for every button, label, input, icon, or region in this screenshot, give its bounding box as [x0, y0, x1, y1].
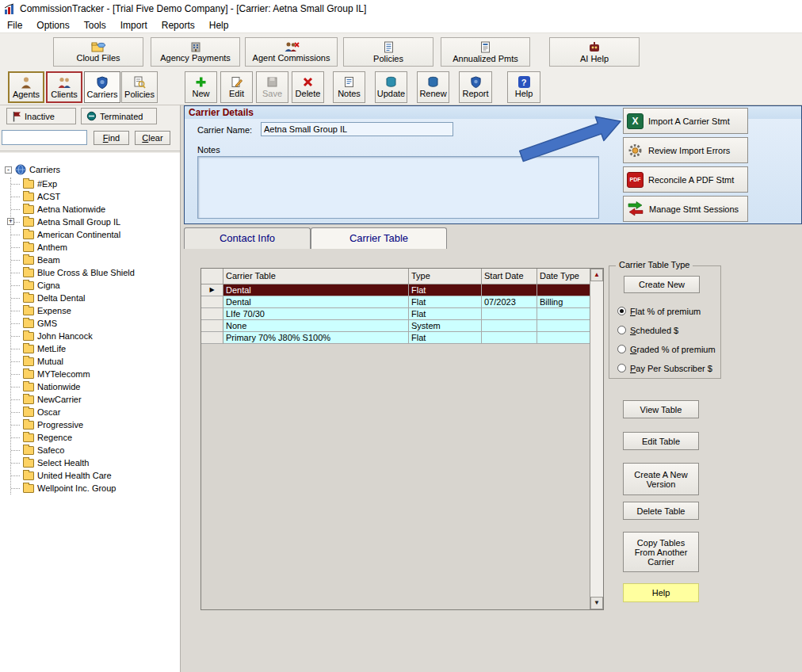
- tree-item[interactable]: United Health Care: [11, 469, 180, 482]
- row-selector[interactable]: [201, 332, 223, 344]
- tab-carrier-table[interactable]: Carrier Table: [311, 227, 447, 249]
- new-button[interactable]: New: [185, 71, 217, 103]
- tree-item[interactable]: Safeco: [11, 444, 180, 456]
- import-carrier-stmt-button[interactable]: X Import A Carrier Stmt: [623, 108, 748, 134]
- scroll-down-icon[interactable]: ▼: [590, 597, 603, 609]
- tab-carriers[interactable]: Carriers: [84, 71, 120, 103]
- ai-help-button[interactable]: AI Help: [549, 37, 640, 67]
- col-header-type[interactable]: Type: [409, 269, 482, 284]
- cloud-files-button[interactable]: Cloud Files: [53, 37, 143, 67]
- radio-graded[interactable]: Graded % of premium: [617, 344, 716, 354]
- menu-options[interactable]: Options: [29, 18, 76, 32]
- row-selector[interactable]: [201, 320, 223, 332]
- table-row[interactable]: Primary 70% J80% S100% Flat: [201, 332, 590, 344]
- tree-item[interactable]: Blue Cross & Blue Shield: [11, 266, 180, 279]
- delete-x-icon: [302, 76, 314, 88]
- carrier-name-input[interactable]: [261, 122, 453, 136]
- tree-item[interactable]: #Exp: [11, 178, 180, 190]
- radio-flat-percent[interactable]: Flat % of premium: [617, 306, 701, 316]
- tree-item[interactable]: MYTelecomm: [11, 368, 180, 380]
- col-header-date-type[interactable]: Date Type: [537, 269, 591, 284]
- tree-item[interactable]: Nationwide: [11, 380, 180, 393]
- expand-icon[interactable]: +: [7, 218, 14, 225]
- radio-scheduled[interactable]: Scheduled $: [617, 325, 678, 335]
- notes-field[interactable]: [197, 156, 599, 219]
- tree-item[interactable]: MetLife: [11, 342, 180, 355]
- clear-button[interactable]: Clear: [135, 131, 170, 145]
- tree-item[interactable]: Beam: [11, 254, 180, 266]
- view-table-button[interactable]: View Table: [623, 400, 699, 418]
- menu-reports[interactable]: Reports: [155, 18, 202, 32]
- notes-button[interactable]: Notes: [333, 71, 365, 103]
- reconcile-pdf-stmt-button[interactable]: PDF Reconcile A PDF Stmt: [623, 166, 748, 193]
- menu-tools[interactable]: Tools: [77, 18, 113, 32]
- row-selector[interactable]: [201, 308, 223, 320]
- tree-item[interactable]: Cigna: [11, 279, 180, 292]
- manage-stmt-sessions-button[interactable]: Manage Stmt Sessions: [623, 196, 748, 222]
- tree-item[interactable]: John Hancock: [11, 330, 180, 342]
- table-row[interactable]: Dental Flat 07/2023 Billing: [201, 296, 590, 308]
- tree-item[interactable]: Anthem: [11, 241, 180, 254]
- tree-item[interactable]: American Continental: [11, 228, 180, 241]
- tree-item[interactable]: Oscar: [11, 406, 180, 418]
- tree-item[interactable]: Regence: [11, 431, 180, 444]
- tree-item[interactable]: ACST: [11, 190, 180, 203]
- tree-item[interactable]: Progressive: [11, 418, 180, 431]
- create-new-version-button[interactable]: Create A New Version: [623, 463, 699, 495]
- cell-date-type: [537, 284, 591, 296]
- scroll-up-icon[interactable]: ▲: [590, 269, 603, 281]
- create-new-button[interactable]: Create New: [624, 276, 700, 293]
- radio-pay-per-subscriber[interactable]: Pay Per Subscriber $: [617, 363, 712, 373]
- tree-root-carriers[interactable]: - Carriers: [5, 163, 180, 176]
- annualized-pmts-button[interactable]: Annualized Pmts: [441, 37, 530, 67]
- renew-button[interactable]: Renew: [417, 71, 449, 103]
- col-header-carrier-table[interactable]: Carrier Table: [223, 269, 409, 284]
- report-button[interactable]: Report: [459, 71, 492, 103]
- app-icon: [4, 3, 16, 15]
- tree-item[interactable]: Delta Dental: [11, 292, 180, 304]
- col-header-start-date[interactable]: Start Date: [482, 269, 537, 284]
- table-row[interactable]: LIfe 70/30 Flat: [201, 308, 590, 320]
- tab-clients[interactable]: Clients: [46, 71, 82, 103]
- agent-commissions-button[interactable]: Agent Commissions: [245, 37, 338, 67]
- tree-item[interactable]: NewCarrier: [11, 393, 180, 406]
- cell-date-type: [537, 332, 591, 344]
- save-button[interactable]: Save: [256, 71, 288, 103]
- help-button[interactable]: ? Help: [507, 71, 540, 103]
- edit-table-button[interactable]: Edit Table: [623, 432, 699, 450]
- copy-tables-button[interactable]: Copy Tables From Another Carrier: [623, 532, 699, 572]
- row-selector[interactable]: ▶: [201, 284, 223, 296]
- tree-item[interactable]: Aetna Nationwide: [11, 203, 180, 216]
- review-import-errors-button[interactable]: Review Import Errors: [623, 137, 748, 163]
- terminated-button[interactable]: Terminated: [81, 108, 157, 124]
- tree-item[interactable]: Expense: [11, 304, 180, 317]
- search-input[interactable]: [2, 130, 87, 145]
- delete-table-button[interactable]: Delete Table: [623, 502, 699, 520]
- collapse-icon[interactable]: -: [5, 166, 12, 174]
- help-table-button[interactable]: Help: [623, 583, 699, 602]
- tree-item[interactable]: Select Health: [11, 456, 180, 469]
- find-button[interactable]: Find: [94, 131, 129, 145]
- tree-item[interactable]: Mutual: [11, 355, 180, 368]
- radio-icon: [617, 326, 626, 334]
- inactive-button[interactable]: Inactive: [6, 108, 76, 124]
- policies-button[interactable]: Policies: [343, 37, 433, 67]
- table-row[interactable]: None System: [201, 320, 590, 332]
- menu-file[interactable]: File: [0, 18, 29, 32]
- tab-contact-info[interactable]: Contact Info: [184, 227, 311, 249]
- tree-children: #Exp ACST Aetna Nationwide + Aetna Small…: [10, 178, 180, 494]
- tab-policies[interactable]: Policies: [121, 71, 158, 103]
- agency-payments-button[interactable]: Agency Payments: [151, 37, 240, 67]
- tree-item[interactable]: Wellpoint Inc. Group: [11, 482, 180, 494]
- delete-button[interactable]: Delete: [292, 71, 324, 103]
- tree-item-aetna-small-group-il[interactable]: + Aetna Small Group IL: [11, 216, 180, 228]
- edit-button[interactable]: Edit: [220, 71, 253, 103]
- row-selector[interactable]: [201, 296, 223, 308]
- menu-import[interactable]: Import: [113, 18, 155, 32]
- menu-help[interactable]: Help: [202, 18, 236, 32]
- update-button[interactable]: Update: [375, 71, 407, 103]
- tree-item[interactable]: GMS: [11, 317, 180, 330]
- tab-agents[interactable]: Agents: [8, 71, 44, 103]
- table-row[interactable]: ▶ Dental Flat: [201, 284, 590, 296]
- grid-scrollbar[interactable]: ▲ ▼: [590, 269, 603, 609]
